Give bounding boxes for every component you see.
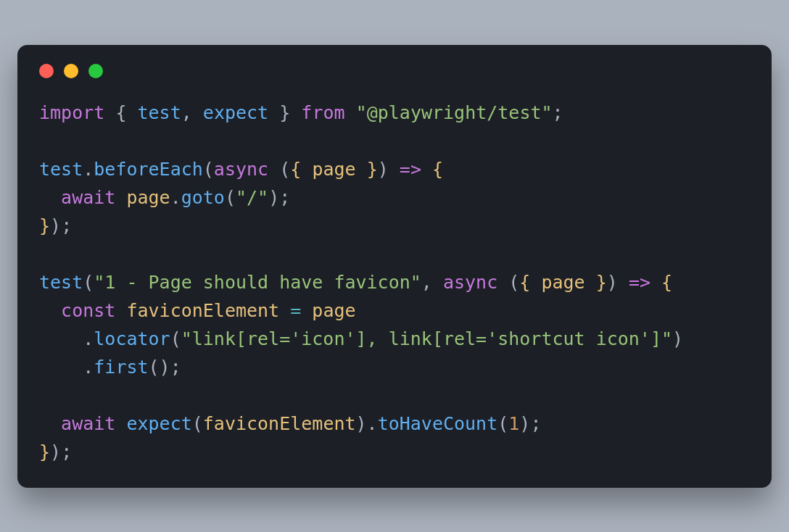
semi: ;: [279, 187, 290, 208]
arrow: =>: [400, 159, 421, 180]
dot: .: [83, 357, 94, 378]
dot: .: [83, 159, 94, 180]
brace: {: [519, 272, 530, 293]
paren: ): [268, 187, 279, 208]
id-page: page: [312, 159, 355, 180]
semi: ;: [553, 102, 563, 123]
dot: .: [170, 187, 181, 208]
kw-import: import: [39, 102, 104, 123]
kw-const: const: [61, 300, 115, 321]
minimize-icon[interactable]: [64, 64, 78, 78]
paren: ): [607, 272, 618, 293]
semi: ;: [530, 413, 541, 434]
paren: ): [378, 159, 389, 180]
paren: ): [50, 215, 61, 236]
paren: (: [192, 413, 203, 434]
paren: (: [508, 272, 519, 293]
id-expect: expect: [203, 102, 268, 123]
paren: ): [519, 413, 530, 434]
str-desc: "1 - Page should have favicon": [94, 272, 421, 293]
kw-async: async: [214, 159, 268, 180]
paren: ): [356, 413, 367, 434]
brace: {: [432, 159, 443, 180]
fn-test: test: [39, 272, 83, 293]
brace: }: [279, 102, 290, 123]
id-page: page: [312, 300, 355, 321]
str-path: "/": [236, 187, 268, 208]
paren: ): [672, 328, 683, 349]
paren: (: [149, 357, 160, 378]
fn-goto: goto: [181, 187, 225, 208]
arrow: =>: [629, 272, 650, 293]
code-block: import { test, expect } from "@playwrigh…: [39, 99, 750, 466]
str-module: "@playwright/test": [356, 102, 553, 123]
brace: }: [596, 272, 607, 293]
paren: ): [160, 357, 170, 378]
brace: }: [39, 215, 50, 236]
fn-first: first: [94, 357, 148, 378]
op-eq: =: [290, 300, 301, 321]
id-page: page: [126, 187, 170, 208]
id-faviconElement: faviconElement: [126, 300, 279, 321]
paren: (: [83, 272, 94, 293]
id-test: test: [138, 102, 181, 123]
id-page: page: [541, 272, 584, 293]
semi: ;: [61, 215, 72, 236]
comma: ,: [181, 102, 192, 123]
brace: }: [39, 441, 50, 462]
kw-await: await: [61, 187, 115, 208]
brace: {: [661, 272, 672, 293]
paren: (: [497, 413, 508, 434]
kw-from: from: [301, 102, 344, 123]
code-window: import { test, expect } from "@playwrigh…: [17, 45, 772, 488]
fn-toHaveCount: toHaveCount: [378, 413, 498, 434]
brace: {: [290, 159, 301, 180]
paren: (: [170, 328, 181, 349]
str-selector: "link[rel='icon'], link[rel='shortcut ic…: [181, 328, 672, 349]
fn-test: test: [39, 159, 83, 180]
fn-expect: expect: [126, 413, 191, 434]
fn-beforeEach: beforeEach: [94, 159, 203, 180]
comma: ,: [421, 272, 432, 293]
id-faviconElement: faviconElement: [203, 413, 356, 434]
close-icon[interactable]: [39, 64, 54, 78]
paren: (: [279, 159, 290, 180]
traffic-lights: [39, 64, 750, 78]
dot: .: [83, 328, 94, 349]
paren: ): [50, 441, 61, 462]
dot: .: [367, 413, 378, 434]
num-1: 1: [508, 413, 519, 434]
fn-locator: locator: [94, 328, 170, 349]
kw-await: await: [61, 413, 115, 434]
brace: {: [115, 102, 126, 123]
semi: ;: [170, 357, 181, 378]
kw-async: async: [443, 272, 497, 293]
brace: }: [367, 159, 378, 180]
semi: ;: [61, 441, 72, 462]
paren: (: [203, 159, 214, 180]
paren: (: [225, 187, 236, 208]
maximize-icon[interactable]: [88, 64, 103, 78]
